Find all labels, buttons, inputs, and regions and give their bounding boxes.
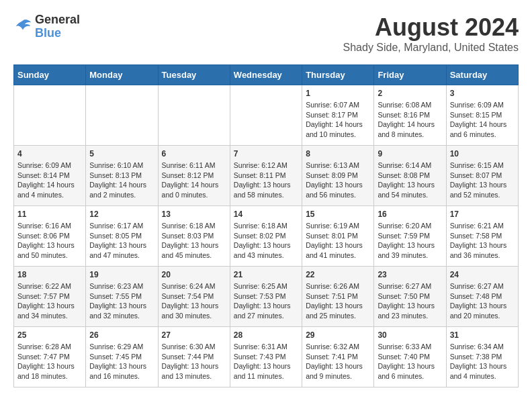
day-info: Sunrise: 6:19 AM (306, 221, 370, 231)
day-info: Daylight: 13 hours (450, 240, 515, 250)
day-info: Daylight: 13 hours (162, 361, 226, 371)
day-info: Sunrise: 6:25 AM (234, 281, 298, 291)
calendar-cell: 26Sunrise: 6:29 AMSunset: 7:45 PMDayligh… (86, 327, 158, 387)
header-day-wednesday: Wednesday (230, 65, 302, 85)
day-info: Daylight: 13 hours (89, 240, 154, 250)
day-number: 8 (306, 149, 370, 158)
day-info: Sunrise: 6:14 AM (378, 161, 442, 171)
week-row-3: 11Sunrise: 6:16 AMSunset: 8:06 PMDayligh… (14, 206, 519, 267)
header-day-tuesday: Tuesday (158, 65, 230, 85)
logo-line2: Blue (35, 27, 80, 40)
calendar-cell: 29Sunrise: 6:32 AMSunset: 7:41 PMDayligh… (302, 327, 374, 387)
calendar-cell: 7Sunrise: 6:12 AMSunset: 8:11 PMDaylight… (230, 146, 302, 206)
calendar-cell: 30Sunrise: 6:33 AMSunset: 7:40 PMDayligh… (374, 327, 446, 387)
day-info: and 0 minutes. (162, 190, 226, 200)
calendar-cell: 6Sunrise: 6:11 AMSunset: 8:12 PMDaylight… (158, 146, 230, 206)
calendar-cell: 12Sunrise: 6:17 AMSunset: 8:05 PMDayligh… (86, 206, 158, 267)
header-day-monday: Monday (86, 65, 158, 85)
day-info: Sunset: 7:48 PM (450, 291, 515, 302)
day-info: Sunset: 7:58 PM (450, 231, 515, 241)
day-info: and 30 minutes. (162, 311, 226, 321)
day-info: Sunrise: 6:18 AM (234, 221, 298, 231)
day-info: Sunrise: 6:08 AM (378, 100, 442, 110)
day-info: and 18 minutes. (17, 371, 82, 381)
day-info: Sunset: 8:07 PM (450, 171, 515, 181)
day-info: Sunrise: 6:16 AM (17, 221, 82, 231)
day-info: and 4 minutes. (17, 190, 82, 200)
page-header: General Blue August 2024 Shady Side, Mar… (13, 13, 519, 54)
day-info: and 32 minutes. (89, 311, 154, 321)
day-info: Daylight: 13 hours (234, 361, 298, 371)
day-info: Sunset: 7:43 PM (234, 352, 298, 362)
day-info: Sunset: 7:41 PM (306, 352, 370, 362)
day-info: and 54 minutes. (378, 190, 442, 200)
day-info: Sunrise: 6:34 AM (450, 342, 515, 352)
day-info: Sunset: 8:03 PM (162, 231, 226, 241)
day-info: Sunrise: 6:26 AM (306, 281, 370, 291)
day-info: and 13 minutes. (162, 371, 226, 381)
calendar-cell: 2Sunrise: 6:08 AMSunset: 8:16 PMDaylight… (374, 85, 446, 146)
day-info: Sunrise: 6:10 AM (89, 161, 154, 171)
day-number: 17 (450, 210, 515, 219)
day-info: Sunset: 8:12 PM (162, 171, 226, 181)
day-number: 6 (162, 149, 226, 158)
day-info: Daylight: 14 hours (450, 120, 515, 130)
day-info: Sunset: 7:57 PM (17, 291, 82, 302)
week-row-4: 18Sunrise: 6:22 AMSunset: 7:57 PMDayligh… (14, 267, 519, 327)
day-number: 31 (450, 330, 515, 340)
calendar-cell: 15Sunrise: 6:19 AMSunset: 8:01 PMDayligh… (302, 206, 374, 267)
day-info: and 11 minutes. (234, 371, 298, 381)
day-info: Sunset: 7:53 PM (234, 291, 298, 302)
day-info: Sunset: 8:11 PM (234, 171, 298, 181)
day-number: 7 (234, 149, 298, 158)
day-info: and 50 minutes. (17, 250, 82, 261)
week-row-5: 25Sunrise: 6:28 AMSunset: 7:47 PMDayligh… (14, 327, 519, 387)
day-info: and 23 minutes. (378, 311, 442, 321)
header-row: SundayMondayTuesdayWednesdayThursdayFrid… (14, 65, 519, 85)
day-info: and 47 minutes. (89, 250, 154, 261)
calendar-cell: 1Sunrise: 6:07 AMSunset: 8:17 PMDaylight… (302, 85, 374, 146)
day-info: Sunrise: 6:32 AM (306, 342, 370, 352)
day-info: Daylight: 13 hours (378, 301, 442, 311)
day-info: Sunrise: 6:17 AM (89, 221, 154, 231)
day-info: Sunset: 8:06 PM (17, 231, 82, 241)
day-info: Daylight: 13 hours (450, 361, 515, 371)
day-info: Sunset: 8:08 PM (378, 171, 442, 181)
day-info: Sunset: 7:44 PM (162, 352, 226, 362)
day-number: 30 (378, 330, 442, 340)
day-info: Sunrise: 6:07 AM (306, 100, 370, 110)
day-number: 15 (306, 210, 370, 219)
day-info: Sunset: 7:38 PM (450, 352, 515, 362)
day-number: 20 (162, 270, 226, 279)
day-info: Sunset: 7:40 PM (378, 352, 442, 362)
day-number: 5 (89, 149, 154, 158)
calendar-cell: 21Sunrise: 6:25 AMSunset: 7:53 PMDayligh… (230, 267, 302, 327)
day-info: Sunrise: 6:31 AM (234, 342, 298, 352)
day-info: and 43 minutes. (234, 250, 298, 261)
day-number: 12 (89, 210, 154, 219)
day-number: 29 (306, 330, 370, 340)
day-info: Daylight: 13 hours (306, 301, 370, 311)
day-info: and 39 minutes. (378, 250, 442, 261)
page-subtitle: Shady Side, Maryland, United States (343, 42, 519, 54)
day-info: Daylight: 13 hours (450, 180, 515, 190)
day-info: Daylight: 14 hours (306, 120, 370, 130)
day-info: Sunrise: 6:29 AM (89, 342, 154, 352)
day-number: 13 (162, 210, 226, 219)
day-info: Daylight: 13 hours (378, 240, 442, 250)
day-info: Sunrise: 6:09 AM (17, 161, 82, 171)
day-info: Daylight: 13 hours (378, 361, 442, 371)
day-number: 25 (17, 330, 82, 340)
day-number: 19 (89, 270, 154, 279)
header-day-friday: Friday (374, 65, 446, 85)
day-info: Sunset: 7:55 PM (89, 291, 154, 302)
calendar-header: SundayMondayTuesdayWednesdayThursdayFrid… (14, 65, 519, 85)
calendar-cell: 22Sunrise: 6:26 AMSunset: 7:51 PMDayligh… (302, 267, 374, 327)
day-number: 3 (450, 89, 515, 98)
day-number: 9 (378, 149, 442, 158)
day-info: Sunset: 8:14 PM (17, 171, 82, 181)
logo-line1: General (35, 13, 80, 27)
day-info: and 2 minutes. (89, 190, 154, 200)
day-info: Daylight: 13 hours (234, 301, 298, 311)
day-info: Daylight: 13 hours (89, 301, 154, 311)
